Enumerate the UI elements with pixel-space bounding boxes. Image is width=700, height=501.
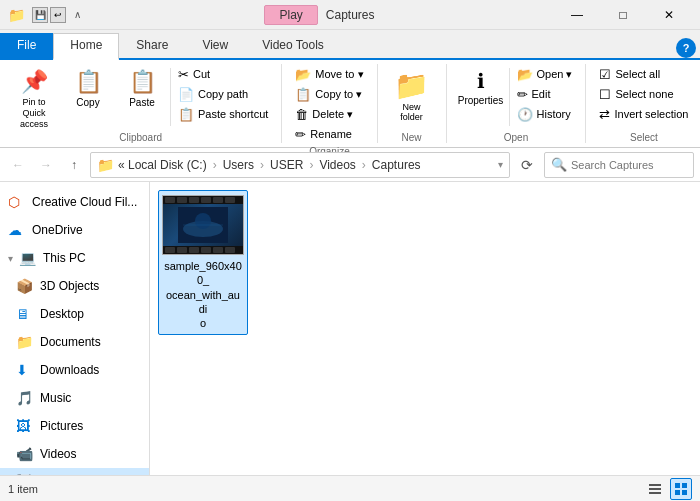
search-icon: 🔍 [551,157,567,172]
open-button[interactable]: 📂 Open ▾ [512,64,578,84]
select-group: ☑ Select all ☐ Select none ⇄ Invert sele… [586,64,700,143]
history-button[interactable]: 🕐 History [512,104,578,124]
pin-label: Pin to Quickaccess [11,97,57,129]
search-box[interactable]: 🔍 [544,152,694,178]
delete-button[interactable]: 🗑 Delete ▾ [290,104,368,124]
path-dropdown-arrow[interactable]: ▾ [498,159,503,170]
forward-button[interactable]: → [34,153,58,177]
copy-button[interactable]: 📋 Copy [62,64,114,124]
sidebar-item-documents[interactable]: 📁 Documents [0,328,149,356]
3d-objects-icon: 📦 [16,278,34,294]
ribbon: 📌 Pin to Quickaccess 📋 Copy 📋 Paste ✂ Cu… [0,60,700,148]
save-btn[interactable]: 💾 [32,7,48,23]
new-label: New [402,130,422,143]
copy-to-button[interactable]: 📋 Copy to ▾ [290,84,368,104]
up-button[interactable]: ↑ [62,153,86,177]
sidebar-item-this-pc[interactable]: ▾ 💻 This PC [0,244,149,272]
tab-video-tools[interactable]: Video Tools [245,33,341,58]
edit-label: Edit [532,88,551,100]
path-sep-2: › [260,158,264,172]
svg-rect-6 [649,492,661,494]
sidebar-item-label: Videos [40,447,76,461]
select-none-label: Select none [615,88,673,100]
collapse-ribbon-btn[interactable]: ∧ [70,9,85,20]
path-part-1: « Local Disk (C:) [118,158,207,172]
select-btns: ☑ Select all ☐ Select none ⇄ Invert sele… [594,64,693,124]
sidebar-item-desktop[interactable]: 🖥 Desktop [0,300,149,328]
back-button[interactable]: ← [6,153,30,177]
file-area[interactable]: sample_960x400_ocean_with_audio [150,182,700,475]
sidebar-item-videos[interactable]: 📹 Videos [0,440,149,468]
clipboard-group: 📌 Pin to Quickaccess 📋 Copy 📋 Paste ✂ Cu… [0,64,282,143]
copy-label: Copy [76,97,99,108]
path-sep-4: › [362,158,366,172]
tab-share[interactable]: Share [119,33,185,58]
paste-button[interactable]: 📋 Paste [116,64,168,124]
title-bar: 📁 💾 ↩ ∧ Play Captures — □ ✕ [0,0,700,30]
refresh-button[interactable]: ⟳ [514,152,540,178]
quick-access-buttons: 💾 ↩ [32,7,66,23]
sidebar-item-creative-cloud[interactable]: ⬡ Creative Cloud Fil... [0,188,149,216]
sidebar-item-label: Desktop [40,307,84,321]
path-part-4: Videos [319,158,355,172]
file-item-video1[interactable]: sample_960x400_ocean_with_audio [158,190,248,335]
cut-button[interactable]: ✂ Cut [173,64,273,84]
tab-view[interactable]: View [185,33,245,58]
new-folder-button[interactable]: 📁 Newfolder [386,64,438,124]
maximize-button[interactable]: □ [600,0,646,30]
cut-label: Cut [193,68,210,80]
tab-file[interactable]: File [0,33,53,58]
move-to-button[interactable]: 📂 Move to ▾ [290,64,368,84]
path-part-2: Users [223,158,254,172]
film-cell [177,247,187,253]
edit-button[interactable]: ✏ Edit [512,84,578,104]
open-icon: 📂 [517,67,533,82]
sidebar-item-3d-objects[interactable]: 📦 3D Objects [0,272,149,300]
svg-rect-5 [649,488,661,490]
path-sep-3: › [309,158,313,172]
sidebar-item-pictures[interactable]: 🖼 Pictures [0,412,149,440]
invert-selection-button[interactable]: ⇄ Invert selection [594,104,693,124]
undo-btn[interactable]: ↩ [50,7,66,23]
properties-button[interactable]: ℹ Properties [455,64,507,124]
sidebar-item-music[interactable]: 🎵 Music [0,384,149,412]
help-icon[interactable]: ? [676,38,696,58]
tab-home[interactable]: Home [53,33,119,60]
select-all-button[interactable]: ☑ Select all [594,64,693,84]
clipboard-small-btns: ✂ Cut 📄 Copy path 📋 Paste shortcut [173,64,273,124]
copy-path-label: Copy path [198,88,248,100]
film-cell [201,247,211,253]
minimize-button[interactable]: — [554,0,600,30]
path-part-5: Captures [372,158,421,172]
cut-icon: ✂ [178,67,189,82]
local-disk-icon: 💾 [16,474,34,475]
close-button[interactable]: ✕ [646,0,692,30]
sidebar-item-label: OneDrive [32,223,83,237]
film-cell [213,197,223,203]
divider2 [509,68,510,126]
film-cell [177,197,187,203]
select-none-button[interactable]: ☐ Select none [594,84,693,104]
history-icon: 🕐 [517,107,533,122]
sidebar-item-local-disk[interactable]: 💾 Local Disk (C:) [0,468,149,475]
large-icons-view-button[interactable] [670,478,692,500]
documents-icon: 📁 [16,334,34,350]
film-cell [213,247,223,253]
copy-path-button[interactable]: 📄 Copy path [173,84,273,104]
sidebar-item-onedrive[interactable]: ☁ OneDrive [0,216,149,244]
rename-button[interactable]: ✏ Rename [290,124,368,144]
copy-path-icon: 📄 [178,87,194,102]
search-input[interactable] [571,159,687,171]
organize-group-content: 📂 Move to ▾ 📋 Copy to ▾ 🗑 Delete ▾ ✏ Ren… [290,64,368,144]
title-bar-left: 📁 💾 ↩ ∧ [8,7,85,23]
film-strip-top [163,196,243,204]
play-tab[interactable]: Play [264,5,317,25]
address-path[interactable]: 📁 « Local Disk (C:) › Users › USER › Vid… [90,152,510,178]
paste-shortcut-button[interactable]: 📋 Paste shortcut [173,104,273,124]
details-view-button[interactable] [644,478,666,500]
sidebar-item-downloads[interactable]: ⬇ Downloads [0,356,149,384]
svg-rect-8 [682,483,687,488]
pin-to-quick-access-button[interactable]: 📌 Pin to Quickaccess [8,64,60,124]
path-sep-1: › [213,158,217,172]
svg-rect-7 [675,483,680,488]
